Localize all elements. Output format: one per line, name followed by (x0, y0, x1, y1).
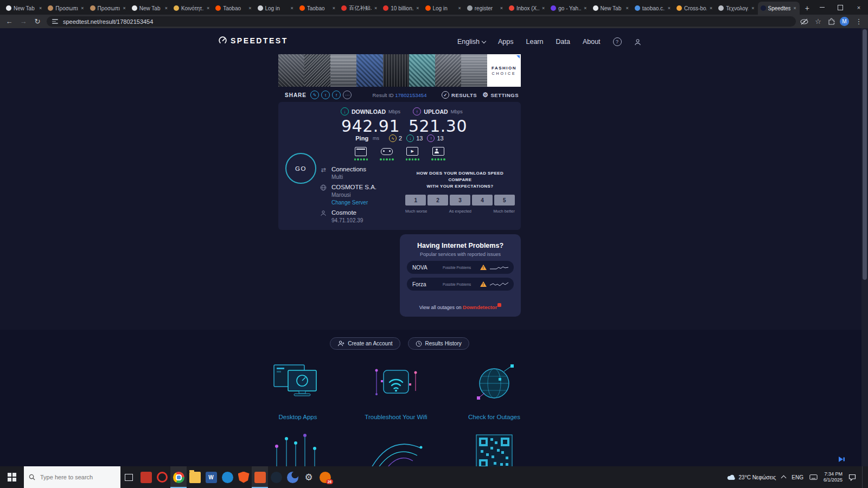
tab-close-icon[interactable]: × (374, 5, 378, 11)
taskbar-app-settings[interactable]: ⚙ (301, 466, 317, 488)
go-button[interactable]: GO (285, 153, 316, 184)
feature-link[interactable]: Desktop Apps (244, 414, 352, 420)
language-indicator[interactable]: ENG (792, 474, 803, 480)
speedtest-logo[interactable]: SPEEDTEST (218, 36, 288, 45)
facebook-icon[interactable]: f (332, 91, 341, 99)
more-share-icon[interactable]: ⋯ (343, 91, 352, 99)
survey-option-4[interactable]: 4 (472, 195, 493, 206)
task-view-button[interactable] (120, 466, 137, 488)
taskbar-clock[interactable]: 7:34 PM 6/1/2025 (824, 471, 843, 483)
tab-close-icon[interactable]: × (122, 5, 126, 11)
taskbar-app-moon-app[interactable] (284, 466, 301, 488)
tab-close-icon[interactable]: × (248, 5, 252, 11)
weather-widget[interactable]: 23°C Νεφώσεις (727, 474, 776, 480)
browser-tab[interactable]: Τεχνολογ...× (716, 2, 757, 15)
ad-banner[interactable]: FASHION CHOICE (278, 54, 521, 87)
streaming-rating[interactable]: ▶ (406, 146, 420, 160)
results-button[interactable]: ✓RESULTS (442, 91, 477, 99)
taskbar-app-orange-app[interactable] (252, 466, 268, 488)
show-desktop-button[interactable] (862, 466, 865, 488)
survey-option-2[interactable]: 2 (427, 195, 448, 206)
back-button[interactable]: ← (4, 17, 14, 25)
browser-tab[interactable]: Taobao× (213, 2, 254, 15)
browser-tab[interactable]: Log in× (423, 2, 464, 15)
url-input[interactable] (62, 18, 790, 25)
downdetector-link[interactable]: Downdetector (463, 304, 497, 310)
site-info-icon[interactable] (52, 18, 58, 25)
forward-button[interactable]: → (18, 17, 28, 25)
tab-close-icon[interactable]: × (793, 5, 796, 11)
tray-expand-icon[interactable] (781, 476, 787, 481)
share-link-icon[interactable]: ✎ (310, 91, 319, 99)
page-scrollbar[interactable] (861, 28, 868, 466)
browser-tab[interactable]: Κοινότητ...× (171, 2, 213, 15)
browser-tab[interactable]: New Tab× (129, 2, 171, 15)
browser-tab[interactable]: Speedtes...× (758, 2, 800, 15)
profile-avatar[interactable]: M (840, 17, 849, 26)
survey-option-3[interactable]: 3 (450, 195, 470, 206)
nav-data[interactable]: Data (556, 38, 570, 46)
feature-link[interactable]: Check for Outages (440, 414, 548, 420)
tab-close-icon[interactable]: × (416, 5, 419, 11)
extensions-icon[interactable] (828, 18, 835, 25)
nav-apps[interactable]: Apps (498, 38, 514, 46)
tab-close-icon[interactable]: × (80, 5, 84, 11)
result-id-link[interactable]: 17802153454 (395, 92, 426, 98)
survey-option-1[interactable]: 1 (405, 195, 426, 206)
new-tab-button[interactable]: + (802, 3, 813, 14)
browser-tab[interactable]: Taobao× (297, 2, 339, 15)
service-row-nova[interactable]: NOVA Possible Problems (407, 261, 514, 274)
search-input[interactable] (39, 473, 112, 481)
adchoices-corner-icon[interactable] (516, 55, 520, 59)
tab-close-icon[interactable]: × (164, 5, 168, 11)
tab-close-icon[interactable]: × (709, 5, 713, 11)
browser-menu-icon[interactable]: ⋮ (854, 17, 864, 25)
survey-option-5[interactable]: 5 (494, 195, 515, 206)
browser-tab[interactable]: Inbox (X...× (506, 2, 548, 15)
browser-tab[interactable]: 百亿补贴...× (339, 2, 380, 15)
account-icon[interactable] (634, 38, 641, 46)
taskbar-app-firefox-like[interactable]: 26 (317, 466, 333, 488)
browser-tab[interactable]: New Tab× (3, 2, 45, 15)
service-row-forza[interactable]: Forza Possible Problems (407, 278, 514, 291)
start-button[interactable] (0, 466, 24, 488)
create-account-button[interactable]: Create an Account (330, 337, 400, 350)
browser-tab[interactable]: go - Yah...× (548, 2, 590, 15)
browser-tab[interactable]: Cross-bo...× (674, 2, 716, 15)
nav-about[interactable]: About (583, 38, 601, 46)
change-server-link[interactable]: Change Server (331, 200, 376, 206)
tab-close-icon[interactable]: × (751, 5, 755, 11)
twitter-icon[interactable]: t (321, 91, 330, 99)
address-bar[interactable] (47, 16, 796, 27)
tracker-blocked-icon[interactable] (800, 18, 808, 25)
gaming-rating[interactable] (380, 146, 394, 160)
tab-close-icon[interactable]: × (541, 5, 545, 11)
taskbar-app-opera[interactable] (154, 466, 170, 488)
taskbar-app-word[interactable]: W (203, 466, 219, 488)
tab-close-icon[interactable]: × (206, 5, 210, 11)
taskbar-app-steam[interactable] (268, 466, 284, 488)
help-icon[interactable]: ? (613, 37, 622, 46)
results-history-button[interactable]: Results History (408, 337, 469, 350)
maximize-button[interactable] (831, 0, 850, 15)
feature-link[interactable]: Troubleshoot Your Wifi (342, 414, 450, 420)
tab-close-icon[interactable]: × (667, 5, 671, 11)
bookmark-star-icon[interactable]: ☆ (813, 17, 823, 25)
keyboard-icon[interactable] (809, 474, 818, 480)
taskbar-app-tv-app[interactable] (138, 466, 154, 488)
adchoices-icon[interactable] (838, 455, 845, 465)
web-rating[interactable] (354, 146, 368, 160)
video-chat-rating[interactable] (431, 146, 445, 160)
browser-tab[interactable]: taobao.c...× (632, 2, 674, 15)
browser-tab[interactable]: register× (464, 2, 506, 15)
tab-close-icon[interactable]: × (583, 5, 587, 11)
tab-close-icon[interactable]: × (625, 5, 629, 11)
scrollbar-thumb[interactable] (863, 29, 867, 280)
tab-close-icon[interactable]: × (332, 5, 336, 11)
browser-tab[interactable]: New Tab× (590, 2, 632, 15)
taskbar-app-file-explorer[interactable] (187, 466, 203, 488)
taskbar-app-chrome[interactable] (170, 466, 187, 488)
browser-tab[interactable]: 10 billion...× (380, 2, 422, 15)
reload-button[interactable]: ↻ (33, 17, 42, 25)
notifications-icon[interactable] (848, 474, 856, 481)
